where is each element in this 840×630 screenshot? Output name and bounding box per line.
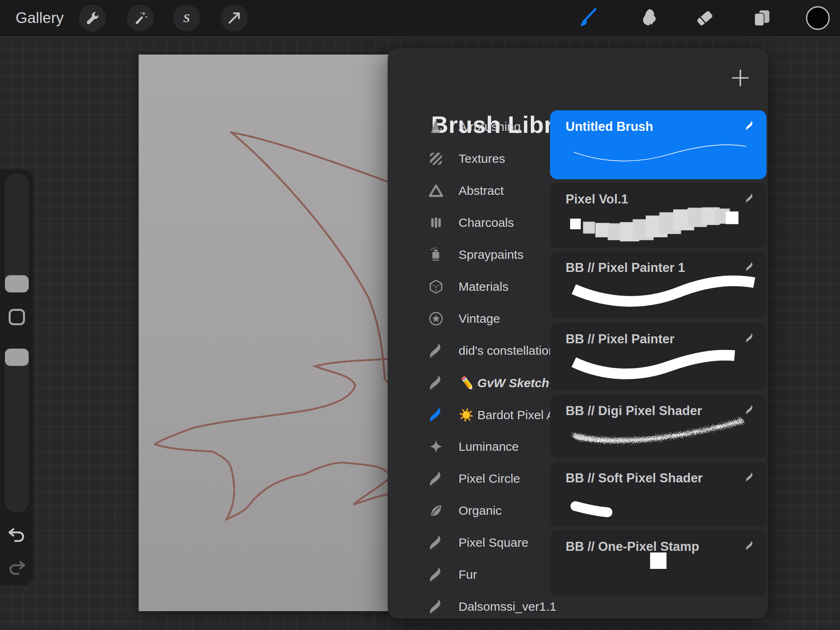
brush-category-item[interactable]: Abstract xyxy=(388,175,550,207)
brush-stroke-icon xyxy=(744,472,756,482)
brush-stroke-icon xyxy=(744,404,756,415)
brush-category-item[interactable]: Textures xyxy=(388,143,550,175)
wrench-icon xyxy=(84,10,100,26)
actions-button[interactable] xyxy=(79,5,106,32)
transform-arrow-icon xyxy=(226,10,242,26)
brush-stroke-icon xyxy=(427,598,445,616)
gallery-button[interactable]: Gallery xyxy=(16,0,64,36)
charcoal-bars-icon xyxy=(427,214,445,232)
sparkle-icon xyxy=(427,438,445,456)
brush-stroke-icon xyxy=(427,470,445,488)
drawing-canvas[interactable] xyxy=(139,55,414,611)
opacity-slider[interactable] xyxy=(4,347,30,514)
brush-card[interactable]: BB // One-Pixel Stamp xyxy=(550,530,767,596)
brush-card[interactable]: BB // Pixel Painter xyxy=(550,323,767,390)
brush-stroke-icon xyxy=(744,261,756,272)
redo-icon xyxy=(7,560,26,576)
brush-stroke-icon xyxy=(427,534,445,552)
magic-wand-icon xyxy=(132,10,148,26)
texture-square-icon xyxy=(427,150,445,168)
brush-card-list: Untitled Brush Pixel Vol.1 BB // Pixel P… xyxy=(550,48,767,619)
svg-text:S: S xyxy=(183,11,190,25)
smudge-tool-button[interactable] xyxy=(635,5,662,31)
erase-tool-button[interactable] xyxy=(692,5,718,31)
transform-button[interactable] xyxy=(221,5,248,32)
paint-brush-icon xyxy=(577,7,598,29)
adjustments-button[interactable] xyxy=(127,5,154,32)
brush-stroke-icon xyxy=(427,566,445,584)
brush-size-handle[interactable] xyxy=(5,275,29,292)
smudge-icon xyxy=(638,7,659,29)
brush-stroke-icon xyxy=(744,333,756,343)
brush-category-item[interactable]: Fur xyxy=(388,559,550,591)
modify-button[interactable] xyxy=(9,309,25,325)
brush-category-item[interactable]: Airbrushing xyxy=(388,111,550,143)
brush-category-list: Airbrushing Textures Abstract Charcoals … xyxy=(388,111,550,623)
brush-library-panel: Brush Library Airbrushing Textures Abstr… xyxy=(388,48,768,619)
brush-category-item[interactable]: Materials xyxy=(388,271,550,303)
color-button[interactable] xyxy=(805,5,831,31)
brush-card[interactable]: Untitled Brush xyxy=(550,110,767,179)
eraser-icon xyxy=(694,7,715,29)
star-circle-icon xyxy=(427,310,445,328)
procreate-workspace: Brush Library Airbrushing Textures Abstr… xyxy=(0,0,840,630)
brush-category-item[interactable]: ☀️ Bardot Pixel Art xyxy=(388,399,550,431)
color-circle-icon xyxy=(805,5,831,31)
brush-stroke-icon xyxy=(427,342,445,360)
selection-s-icon: S xyxy=(179,10,194,26)
airbrush-icon xyxy=(427,118,445,136)
opacity-handle[interactable] xyxy=(5,349,29,366)
brush-card[interactable]: Pixel Vol.1 xyxy=(550,183,767,248)
brush-category-item[interactable]: Luminance xyxy=(388,431,550,463)
brush-category-item[interactable]: Vintage xyxy=(388,303,550,335)
paint-tool-button[interactable] xyxy=(575,5,601,31)
redo-button[interactable] xyxy=(7,560,26,576)
undo-button[interactable] xyxy=(7,527,26,543)
brush-controls-sidebar xyxy=(0,169,34,585)
brush-category-item[interactable]: did's constellations xyxy=(388,335,550,367)
brush-category-item[interactable]: Spraypaints xyxy=(388,239,550,271)
cube-icon xyxy=(427,278,445,296)
brush-stroke-icon xyxy=(427,406,445,424)
brush-stroke-icon xyxy=(744,193,756,203)
brush-card[interactable]: BB // Digi Pixel Shader xyxy=(550,395,767,458)
undo-icon xyxy=(7,527,26,543)
brush-category-item[interactable]: ✏️ GvW Sketch+Draw xyxy=(388,367,550,399)
triangle-icon xyxy=(427,182,445,200)
brush-stroke-icon xyxy=(744,540,756,551)
layers-button[interactable] xyxy=(749,5,775,31)
brush-category-item[interactable]: Charcoals xyxy=(388,207,550,239)
brush-category-item[interactable]: Pixel Square xyxy=(388,527,550,559)
brush-category-item[interactable]: Dalsomssi_ver1.1 xyxy=(388,591,550,623)
brush-stroke-icon xyxy=(427,374,445,392)
top-toolbar: Gallery S xyxy=(0,0,840,36)
brush-category-item[interactable]: Organic xyxy=(388,495,550,527)
brush-card[interactable]: BB // Pixel Painter 1 xyxy=(550,251,767,318)
selection-button[interactable]: S xyxy=(173,5,200,32)
layers-icon xyxy=(751,7,772,29)
spray-can-icon xyxy=(427,246,445,264)
brush-category-item[interactable]: Pixel Circle xyxy=(388,463,550,495)
brush-card[interactable]: BB // Soft Pixel Shader xyxy=(550,462,767,527)
leaf-icon xyxy=(427,502,445,520)
brush-stroke-icon xyxy=(744,120,756,131)
